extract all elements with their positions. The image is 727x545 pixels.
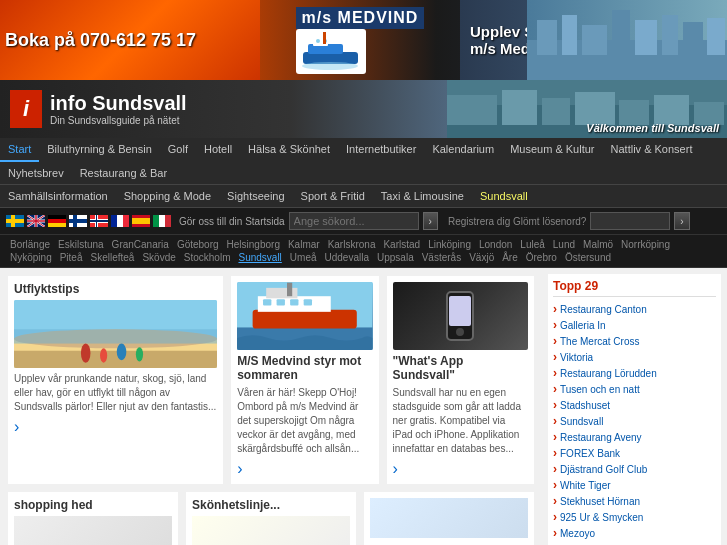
svg-rect-44 — [132, 218, 150, 224]
city-pitea[interactable]: Piteå — [56, 251, 87, 264]
city-orebro[interactable]: Örebro — [522, 251, 561, 264]
city-grancanaria[interactable]: GranCanaria — [108, 238, 173, 251]
tipp-item-10[interactable]: FOREX Bank — [553, 445, 716, 461]
utflyktstips-more[interactable]: › — [14, 418, 217, 436]
tipp-item-11[interactable]: Djästrand Golf Club — [553, 461, 716, 477]
go-start-text[interactable]: Gör oss till din Startsida — [179, 216, 285, 227]
city-umea[interactable]: Umeå — [286, 251, 321, 264]
nav-internet[interactable]: Internetbutiker — [338, 138, 424, 162]
city-borlange[interactable]: Borlänge — [6, 238, 54, 251]
city-uppsala[interactable]: Uppsala — [373, 251, 418, 264]
nav-taxi[interactable]: Taxi & Limousine — [373, 185, 472, 207]
city-nykoping[interactable]: Nyköping — [6, 251, 56, 264]
skonspa-title: Skönhetslinje... — [192, 498, 350, 512]
flag-de[interactable] — [48, 215, 66, 227]
svg-rect-9 — [562, 15, 577, 55]
nav-start[interactable]: Start — [0, 138, 39, 162]
city-malmo[interactable]: Malmö — [579, 238, 617, 251]
nav-golf[interactable]: Golf — [160, 138, 196, 162]
password-input[interactable] — [590, 212, 670, 230]
svg-rect-12 — [635, 20, 657, 55]
city-london[interactable]: London — [475, 238, 516, 251]
ship-image — [237, 282, 372, 350]
city-ostersund[interactable]: Östersund — [561, 251, 615, 264]
city-uddevalla[interactable]: Uddevalla — [321, 251, 373, 264]
nav-biluthyrning[interactable]: Biluthyrning & Bensin — [39, 138, 160, 162]
tipp-item-8[interactable]: Sundsvall — [553, 413, 716, 429]
nav-sundsvall[interactable]: Sundsvall — [472, 185, 536, 207]
register-link[interactable]: Registrera dig Glömt lösenord? — [448, 216, 586, 227]
svg-rect-19 — [502, 90, 537, 125]
nav-nattliv[interactable]: Nattliv & Konsert — [603, 138, 701, 162]
password-submit[interactable]: › — [674, 212, 689, 230]
city-norrkoping[interactable]: Norrköping — [617, 238, 674, 251]
city-kalmar[interactable]: Kalmar — [284, 238, 324, 251]
city-linkoping[interactable]: Linköping — [424, 238, 475, 251]
info-logo[interactable]: i info Sundsvall Din Sundsvallsguide på … — [10, 90, 187, 128]
medvind-body: Våren är här! Skepp O'Hoj! Ombord på m/s… — [237, 386, 372, 456]
city-are[interactable]: Åre — [498, 251, 522, 264]
tipp-item-9[interactable]: Restaurang Aveny — [553, 429, 716, 445]
city-goteborg[interactable]: Göteborg — [173, 238, 223, 251]
flag-uk[interactable] — [27, 215, 45, 227]
search-button[interactable]: › — [423, 212, 438, 230]
phone-number[interactable]: Boka på 070-612 75 17 — [5, 30, 196, 51]
medvind-logo[interactable]: m/s MEDVIND — [296, 7, 425, 74]
tipp-item-6[interactable]: Tusen och en natt — [553, 381, 716, 397]
city-helsingborg[interactable]: Helsingborg — [223, 238, 284, 251]
svg-rect-67 — [304, 299, 312, 305]
tipp-item-2[interactable]: Galleria In — [553, 317, 716, 333]
city-photo: Välkommen till Sundsvall — [447, 80, 727, 138]
nav-restaurang[interactable]: Restaurang & Bar — [72, 162, 175, 184]
tipp-item-3[interactable]: The Mercat Cross — [553, 333, 716, 349]
article-medvind: M/S Medvind styr mot sommaren Våren är h… — [231, 276, 378, 484]
tipp-item-12[interactable]: White Tiger — [553, 477, 716, 493]
city-eskilstuna[interactable]: Eskilstuna — [54, 238, 108, 251]
flag-fr[interactable] — [111, 215, 129, 227]
city-vasteras[interactable]: Västerås — [418, 251, 465, 264]
tipp-item-1[interactable]: Restaurang Canton — [553, 301, 716, 317]
flag-es[interactable] — [132, 215, 150, 227]
city-stockholm[interactable]: Stockholm — [180, 251, 235, 264]
flag-icons — [6, 215, 171, 227]
tipp-item-7[interactable]: Stadshuset — [553, 397, 716, 413]
whatsapp-body: Sundsvall har nu en egen stadsguide som … — [393, 386, 528, 456]
medvind-more[interactable]: › — [237, 460, 372, 478]
city-karlstad[interactable]: Karlstad — [379, 238, 424, 251]
city-skelleftea[interactable]: Skellefteå — [87, 251, 139, 264]
info-bar: i info Sundsvall Din Sundsvallsguide på … — [0, 80, 727, 138]
search-input[interactable] — [289, 212, 419, 230]
nav-museum[interactable]: Museum & Kultur — [502, 138, 602, 162]
tipp-item-4[interactable]: Viktoria — [553, 349, 716, 365]
city-sundsvall[interactable]: Sundsvall — [234, 251, 285, 264]
flag-sweden[interactable] — [6, 215, 24, 227]
city-karlskrona[interactable]: Karlskrona — [324, 238, 380, 251]
nav-samhalle[interactable]: Samhällsinformation — [0, 185, 116, 207]
tipp-item-13[interactable]: Stekhuset Hörnan — [553, 493, 716, 509]
svg-point-55 — [100, 348, 107, 362]
tipp-item-5[interactable]: Restaurang Lörudden — [553, 365, 716, 381]
search-bar: Gör oss till din Startsida › Registrera … — [0, 208, 727, 235]
tipp-item-14[interactable]: 925 Ur & Smycken — [553, 509, 716, 525]
city-vaxjo[interactable]: Växjö — [465, 251, 498, 264]
city-skovde[interactable]: Skövde — [138, 251, 179, 264]
svg-rect-27 — [11, 215, 15, 227]
tipp-item-16[interactable]: Invito — [553, 541, 716, 545]
nav-halsa[interactable]: Hälsa & Skönhet — [240, 138, 338, 162]
city-lund[interactable]: Lund — [549, 238, 579, 251]
svg-rect-38 — [90, 220, 108, 222]
article-skonspa: Skönhetslinje... — [186, 492, 356, 545]
nav-kalendarium[interactable]: Kalendarium — [424, 138, 502, 162]
nav-sightseeing[interactable]: Sightseeing — [219, 185, 293, 207]
nav-hotell[interactable]: Hotell — [196, 138, 240, 162]
tipp-item-15[interactable]: Mezoyo — [553, 525, 716, 541]
flag-it[interactable] — [153, 215, 171, 227]
nav-shopping[interactable]: Shopping & Mode — [116, 185, 219, 207]
nav-nyhetsbrev[interactable]: Nyhetsbrev — [0, 162, 72, 184]
nav-sport[interactable]: Sport & Fritid — [293, 185, 373, 207]
flag-fi[interactable] — [69, 215, 87, 227]
content-wrapper: Utflyktstips — [0, 268, 727, 545]
city-lulea[interactable]: Luleå — [516, 238, 548, 251]
whatsapp-more[interactable]: › — [393, 460, 528, 478]
flag-no[interactable] — [90, 215, 108, 227]
